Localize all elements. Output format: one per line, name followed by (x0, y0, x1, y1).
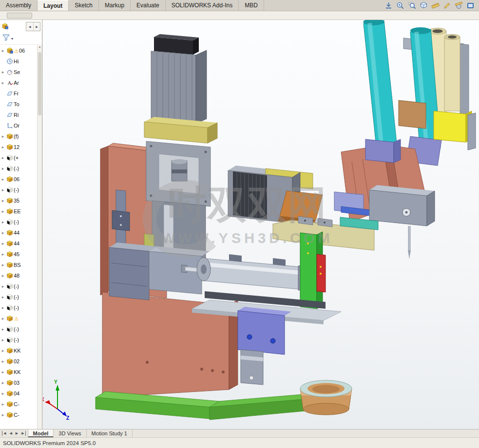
assembly-model[interactable]: Y X Z (43, 20, 479, 429)
tree-item-28[interactable]: ▸KK (0, 345, 37, 356)
collapsed-ribbon[interactable] (0, 11, 479, 20)
workpiece-bowl[interactable] (300, 380, 352, 415)
tree-item-12[interactable]: ▸06 (0, 174, 37, 185)
tree-item-20[interactable]: ▸BS (0, 260, 37, 270)
tree-item-26[interactable]: ▸(-) (0, 324, 37, 335)
tree-item-25[interactable]: ▸⚠ (0, 313, 37, 324)
panel-back-button[interactable]: ◀ (26, 22, 33, 31)
expand-arrow-icon[interactable]: ▸ (0, 402, 5, 407)
view-orientation-icon[interactable] (419, 1, 428, 10)
expand-arrow-icon[interactable]: ▸ (0, 209, 5, 214)
tree-item-18[interactable]: ▸44 (0, 238, 37, 249)
expand-arrow-icon[interactable]: ▸ (0, 145, 5, 149)
expand-arrow-icon[interactable]: ▸ (0, 166, 5, 171)
ribbon-grip[interactable] (7, 13, 32, 19)
tab-solidworks-add-ins[interactable]: SOLIDWORKS Add-Ins (166, 0, 239, 11)
expand-arrow-icon[interactable]: ▸ (0, 295, 5, 299)
tree-item-21[interactable]: ▸48 (0, 270, 37, 281)
section-view-icon[interactable] (454, 1, 463, 10)
tree-item-33[interactable]: ▸C- (0, 399, 37, 410)
expand-arrow-icon[interactable]: ▸ (0, 155, 5, 160)
expand-arrow-icon[interactable]: ▸ (0, 348, 5, 353)
tab-layout[interactable]: Layout (38, 0, 69, 11)
tree-item-34[interactable]: ▸C- (0, 410, 37, 420)
expand-arrow-icon[interactable]: ▸ (0, 412, 5, 417)
tree-item-15[interactable]: ▸EE (0, 206, 37, 217)
expand-arrow-icon[interactable]: ▸ (0, 327, 5, 332)
tree-item-30[interactable]: ▸KK (0, 367, 37, 377)
expand-arrow-icon[interactable]: ▸ (0, 262, 5, 267)
tree-item-14[interactable]: ▸35 (0, 195, 37, 206)
sheet-tab-motion-study-1[interactable]: Motion Study 1 (87, 429, 133, 437)
tabs-prev-icon[interactable]: ◀ (8, 431, 13, 436)
expand-arrow-icon[interactable]: ▸ (0, 370, 5, 374)
tree-item-23[interactable]: ▸(-) (0, 292, 37, 302)
expand-arrow-icon[interactable]: ▸ (0, 241, 5, 246)
tree-item-3[interactable]: ▸AAr (0, 77, 37, 88)
tree-item-19[interactable]: ▸45 (0, 249, 37, 260)
sheet-tab-model[interactable]: Model (28, 429, 54, 437)
tree-item-29[interactable]: ▸02 (0, 356, 37, 367)
tree-item-22[interactable]: ▸(-) (0, 281, 37, 292)
expand-arrow-icon[interactable]: ▸ (0, 187, 5, 192)
expand-arrow-icon[interactable]: ▸ (0, 252, 5, 257)
expand-arrow-icon[interactable]: ▸ (0, 273, 5, 278)
scrollbar-thumb[interactable] (38, 52, 41, 115)
tree-item-31[interactable]: ▸03 (0, 377, 37, 388)
panel-scrollbar[interactable]: ▲ (37, 45, 42, 429)
tab-markup[interactable]: Markup (99, 0, 131, 11)
tree-item-32[interactable]: ▸04 (0, 388, 37, 399)
tree-item-11[interactable]: ▸(-) (0, 163, 37, 174)
tab-mbd[interactable]: MBD (239, 0, 264, 11)
tree-item-24[interactable]: ▸(-) (0, 302, 37, 313)
filter-funnel-icon[interactable] (2, 34, 10, 43)
tree-item-10[interactable]: ▸(+ (0, 152, 37, 163)
expand-arrow-icon[interactable]: ▸ (0, 48, 5, 53)
expand-arrow-icon[interactable]: ▸ (0, 284, 5, 289)
tree-item-4[interactable]: Fr (0, 88, 37, 99)
tree-item-8[interactable]: ▸(f) (0, 131, 37, 142)
tree-item-6[interactable]: Ri (0, 110, 37, 120)
tree-item-1[interactable]: Hi (0, 56, 37, 67)
markup-icon[interactable] (442, 1, 452, 10)
sub-block-group[interactable] (238, 307, 291, 385)
tabs-last-icon[interactable]: ▶ (20, 431, 25, 436)
tab-assembly[interactable]: Assembly (0, 0, 38, 11)
tree-item-9[interactable]: ▸12 (0, 142, 37, 152)
tree-item-0[interactable]: ▸⚠06 (0, 45, 37, 56)
tree-item-17[interactable]: ▸44 (0, 227, 37, 238)
expand-arrow-icon[interactable]: ▸ (0, 305, 5, 310)
zoom-area-icon[interactable] (407, 1, 417, 10)
tabs-next-icon[interactable]: ▶ (15, 431, 19, 436)
measure-icon[interactable] (431, 1, 440, 10)
tabs-first-icon[interactable]: ◀ (2, 431, 7, 436)
expand-arrow-icon[interactable]: ▸ (0, 177, 5, 182)
expand-arrow-icon[interactable]: ▸ (0, 80, 5, 85)
featuremanager-tab-icon[interactable] (1, 23, 8, 30)
graphics-viewport[interactable]: Y X Z 时双双网 WWW.YSH3D.COM (43, 20, 479, 429)
tree-item-16[interactable]: ▸(-) (0, 217, 37, 227)
expand-arrow-icon[interactable]: ▸ (0, 391, 5, 396)
expand-arrow-icon[interactable]: ▸ (0, 230, 5, 235)
sheet-tab-3d-views[interactable]: 3D Views (54, 429, 86, 437)
tab-sketch[interactable]: Sketch (69, 0, 99, 11)
expand-arrow-icon[interactable]: ▸ (0, 337, 5, 342)
tab-evaluate[interactable]: Evaluate (131, 0, 166, 11)
tree-item-5[interactable]: To (0, 99, 37, 110)
tree-item-7[interactable]: Or (0, 120, 37, 131)
zoom-to-fit-icon[interactable] (384, 1, 393, 10)
tree-item-27[interactable]: ▸(-) (0, 335, 37, 345)
expand-arrow-icon[interactable]: ▸ (0, 220, 5, 224)
expand-arrow-icon[interactable]: ▸ (0, 316, 5, 321)
panel-forward-button[interactable]: ▶ (33, 22, 40, 31)
expand-arrow-icon[interactable]: ▸ (0, 134, 5, 139)
expand-arrow-icon[interactable]: ▸ (0, 70, 5, 75)
tree-item-13[interactable]: ▸(-) (0, 185, 37, 195)
expand-arrow-icon[interactable]: ▸ (0, 359, 5, 364)
tree-item-2[interactable]: ▸Se (0, 67, 37, 77)
zoom-in-icon[interactable] (396, 1, 405, 10)
chevron-down-icon[interactable]: ▾ (11, 37, 13, 41)
display-pane-icon[interactable] (466, 1, 475, 10)
expand-arrow-icon[interactable]: ▸ (0, 198, 5, 203)
expand-arrow-icon[interactable]: ▸ (0, 380, 5, 385)
